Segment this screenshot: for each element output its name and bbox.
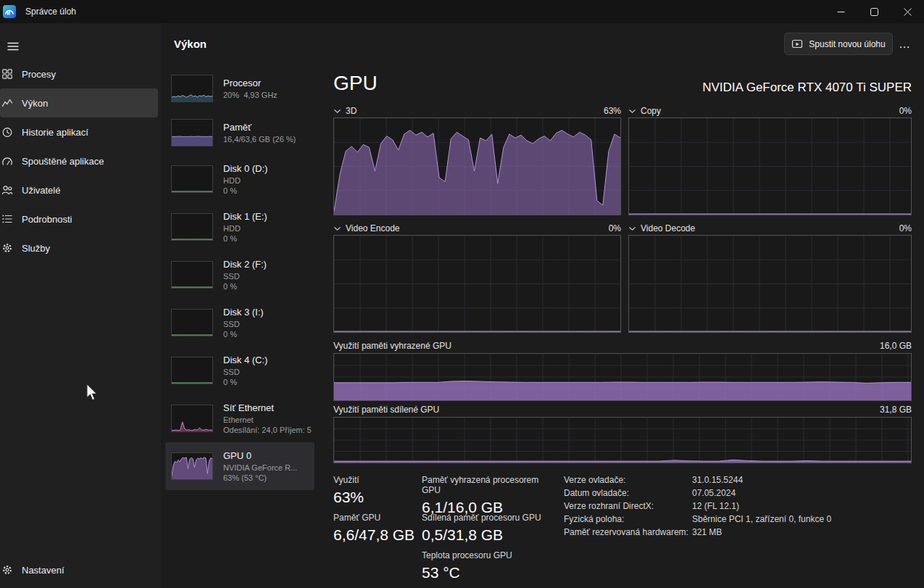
disk-mini-graph [171,357,213,384]
window-title: Správce úloh [25,7,76,17]
more-options-button[interactable]: … [894,33,915,55]
perf-item-sub: 20% 4,93 GHz [223,90,315,100]
perf-item-sub: Odesílání: 24,0 Příjem: 5 [223,425,315,435]
memory-section-capacity: 31,8 GB [880,405,912,415]
gpu-copy-chart [628,117,912,215]
sidebar-item-label: Spouštěné aplikace [22,156,104,167]
engine-label: Video Decode [641,223,695,233]
performance-list: Procesor20% 4,93 GHz Paměť16,4/63,6 GB (… [165,67,315,490]
perf-item-title: Procesor [223,78,315,88]
engine-label: 3D [346,106,357,116]
details-icon [1,213,13,225]
window-controls [824,0,924,23]
shared-memory-section-header: Využití paměti sdílené GPU 31,8 GB [333,404,912,415]
gpu-stats: Využití 63% Paměť GPU 6,6/47,8 GB Paměť … [333,472,912,588]
sidebar-item-details[interactable]: Podrobnosti [0,204,158,233]
sidebar-item-users[interactable]: Uživatelé [0,175,158,204]
minimize-button[interactable] [824,0,857,23]
run-new-task-button[interactable]: Spustit novou úlohu [784,33,893,55]
memory-section-label: Využití paměti vyhrazené GPU [333,341,451,351]
driver-info-row: Fyzická poloha:Sběrnice PCI 1, zařízení … [564,514,831,527]
run-new-task-icon [791,38,803,50]
disk-mini-graph [171,213,213,241]
performance-icon [1,97,13,109]
users-icon [1,184,13,196]
menu-toggle-button[interactable] [1,35,25,58]
disk-mini-graph [171,309,213,336]
run-new-task-label: Spustit novou úlohu [809,39,885,49]
chevron-down-icon[interactable] [333,226,341,231]
perf-item-sub: 0 % [223,281,315,291]
perf-item-sub: Ethernet [223,415,315,425]
sidebar-item-label: Historie aplikací [22,127,88,138]
sidebar-item-app-history[interactable]: Historie aplikací [0,117,158,146]
video-encode-chart [333,235,621,333]
sidebar-item-label: Nastavení [22,565,64,576]
driver-info-row: Datum ovladače:07.05.2024 [564,488,831,501]
perf-item-sub: SSD [223,367,315,377]
video-encode-section-header: Video Encode 0% [333,223,621,234]
perf-item-sub: 0 % [223,186,315,196]
perf-item-sub: 0 % [223,233,315,244]
perf-item-sub: NVIDIA GeForce R... [223,463,315,473]
engine-label: Copy [641,106,661,116]
close-button[interactable] [891,0,924,23]
sidebar: Procesy Výkon Historie aplikací Spouštěn… [0,23,161,588]
sidebar-item-performance[interactable]: Výkon [0,88,158,117]
dedicated-memory-chart [333,353,912,401]
sidebar-item-label: Uživatelé [22,185,60,196]
services-icon [1,242,13,254]
sidebar-item-processes[interactable]: Procesy [0,59,158,88]
network-mini-graph [171,405,213,432]
perf-item-disk1[interactable]: Disk 1 (E:)HDD0 % [165,203,315,251]
chevron-down-icon[interactable] [333,109,341,114]
chevron-down-icon[interactable] [628,226,636,231]
sidebar-item-startup-apps[interactable]: Spouštěné aplikace [0,146,158,175]
page-title: Výkon [174,38,207,50]
memory-section-capacity: 16,0 GB [880,341,912,351]
perf-item-disk2[interactable]: Disk 2 (F:)SSD0 % [165,251,315,299]
perf-item-disk4[interactable]: Disk 4 (C:)SSD0 % [165,347,315,394]
perf-item-title: Disk 0 (D:) [223,163,315,174]
sidebar-item-label: Podrobnosti [22,214,72,225]
memory-mini-graph [171,119,213,146]
disk-mini-graph [171,165,213,193]
perf-item-disk3[interactable]: Disk 3 (I:)SSD0 % [165,299,315,347]
perf-item-cpu[interactable]: Procesor20% 4,93 GHz [165,67,315,110]
maximize-button[interactable] [857,0,891,23]
perf-item-title: Disk 2 (F:) [223,259,315,270]
cpu-mini-graph [171,75,213,102]
gear-icon [1,564,13,576]
chevron-down-icon[interactable] [628,109,636,114]
perf-item-title: Disk 1 (E:) [223,211,315,222]
perf-item-memory[interactable]: Paměť16,4/63,6 GB (26 %) [165,110,315,155]
gpu-detail-panel: GPU NVIDIA GeForce RTX 4070 Ti SUPER 3D … [333,69,912,588]
sidebar-item-settings[interactable]: Nastavení [0,558,158,582]
content-header: Výkon Spustit novou úlohu … [161,23,924,65]
content-area: Výkon Spustit novou úlohu … Procesor20% … [161,23,924,588]
stat-temperature: Teplota procesoru GPU 53 °C [422,550,559,581]
driver-info: Verze ovladače:31.0.15.5244 Datum ovlada… [564,475,831,540]
perf-item-gpu[interactable]: GPU 0NVIDIA GeForce R...63% (53 °C) [165,442,315,490]
gpu-heading: GPU [333,72,378,95]
titlebar: Správce úloh [0,0,924,23]
driver-info-row: Verze rozhraní DirectX:12 (FL 12.1) [564,501,831,514]
sidebar-nav: Procesy Výkon Historie aplikací Spouštěn… [0,59,161,262]
perf-item-sub: 0 % [223,377,315,387]
startup-apps-icon [1,155,13,167]
gpu-mini-graph [171,452,213,480]
perf-item-title: GPU 0 [223,450,315,461]
disk-mini-graph [171,261,213,289]
perf-item-sub: 63% (53 °C) [223,473,315,483]
sidebar-item-label: Výkon [22,98,48,109]
perf-item-title: Disk 3 (I:) [223,307,315,318]
perf-item-sub: SSD [223,319,315,329]
perf-item-disk0[interactable]: Disk 0 (D:)HDD0 % [165,155,315,203]
perf-item-ethernet[interactable]: Síť EthernetEthernetOdesílání: 24,0 Příj… [165,394,315,442]
perf-item-sub: 16,4/63,6 GB (26 %) [223,134,315,144]
perf-item-title: Síť Ethernet [223,402,315,413]
gpu-copy-section-header: Copy 0% [628,105,912,117]
sidebar-item-services[interactable]: Služby [0,233,158,262]
perf-item-sub: 0 % [223,329,315,339]
gpu-device-name: NVIDIA GeForce RTX 4070 Ti SUPER [702,80,912,95]
